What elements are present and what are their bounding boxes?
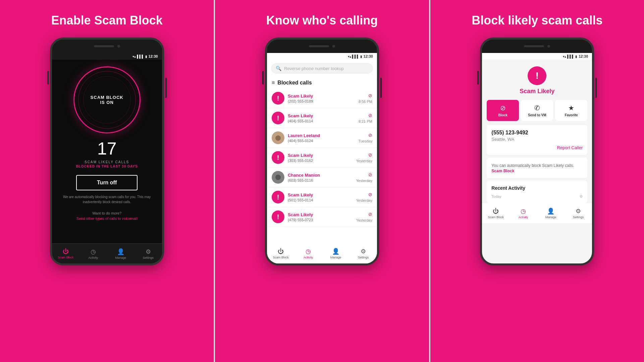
- promo-text: You can automatically block Scam Likely …: [491, 163, 574, 168]
- nav-label-activity-3: Activity: [519, 216, 528, 219]
- avatar-scam-2: !: [272, 112, 284, 124]
- scam-circle: SCAM BLOCKIS ON: [73, 66, 141, 133]
- favorite-action-icon: ★: [568, 104, 574, 112]
- phone-1-wrapper: ▾▴ ▌▌▌ ▮ 12:30 SCAM BLOCKIS ON 17 SCAM L…: [50, 38, 164, 265]
- turn-off-button[interactable]: Turn off: [76, 175, 138, 190]
- exclamation-icon-2: !: [277, 114, 279, 122]
- call-item-3[interactable]: Lauren Leeland (404) 555-0124 ⊘ Tuesday: [267, 128, 377, 148]
- signal-icon-2: ▌▌▌: [352, 55, 359, 58]
- phone-top-1: [52, 40, 162, 53]
- call-name-5: Chance Manion: [288, 173, 353, 178]
- side-btn-left-3: [477, 71, 479, 84]
- avatar-chance: [272, 171, 284, 184]
- nav-settings-1[interactable]: ⚙ Settings: [135, 244, 162, 263]
- nav-icon-activity-3: ◷: [521, 207, 526, 215]
- nav-label-manage-3: Manage: [545, 216, 556, 219]
- nav-label-settings-3: Settings: [573, 216, 584, 219]
- call-time-3: Tuesday: [358, 139, 372, 143]
- nav-label-settings-1: Settings: [143, 256, 154, 259]
- status-time-1: 12:30: [149, 54, 158, 58]
- favorite-button[interactable]: ★ Favorite: [555, 100, 587, 121]
- phone-1: ▾▴ ▌▌▌ ▮ 12:30 SCAM BLOCKIS ON 17 SCAM L…: [50, 38, 164, 265]
- call-name-2: Scam Likely: [288, 113, 355, 118]
- scam-block-promo: You can automatically block Scam Likely …: [487, 158, 587, 178]
- call-number-7: (479) 555-0723: [288, 218, 353, 222]
- speaker-3: [524, 45, 544, 47]
- wifi-icon-1: ▾▴: [132, 55, 136, 58]
- nav-activity-1[interactable]: ◷ Activity: [79, 244, 107, 263]
- call-info-5: Chance Manion (603) 555-0116: [288, 173, 353, 182]
- call-meta-1: ⊘ 8:56 PM: [359, 93, 372, 104]
- nav-manage-1[interactable]: 👤 Manage: [107, 244, 135, 263]
- scam-likely-label: SCAM LIKELY CALLS: [85, 160, 129, 164]
- phone-2-wrapper: ▾▴ ▌▌▌ ▮ 12:30 🔍 Reverse phone number lo…: [265, 38, 379, 265]
- nav-icon-activity-1: ◷: [91, 248, 96, 255]
- scam-block-link[interactable]: Scam Block: [491, 169, 583, 173]
- caller-location: Seattle, WA: [491, 137, 583, 142]
- phone-3: ▾▴ ▌▌▌ ▮ 12:30 ! Scam Likely ⊘ Block: [480, 38, 594, 265]
- nav-scamblock-3[interactable]: ⏻ Scam Block: [482, 203, 509, 223]
- nav-icon-activity-2: ◷: [306, 248, 311, 255]
- search-icon: 🔍: [276, 66, 281, 71]
- battery-icon-1: ▮: [145, 55, 147, 58]
- side-btn-right-3: [595, 78, 597, 98]
- call-info-6: Scam Likely (501) 555-0114: [288, 192, 353, 202]
- phone-top-3: [482, 40, 592, 53]
- nav-settings-2[interactable]: ⚙ Settings: [350, 243, 377, 263]
- avatar-scam-3: !: [272, 151, 284, 164]
- call-time-6: Yesterday: [356, 198, 372, 202]
- status-bar-3: ▾▴ ▌▌▌ ▮ 12:30: [482, 53, 592, 60]
- search-bar[interactable]: 🔍 Reverse phone number lookup: [271, 63, 373, 74]
- call-info-7: Scam Likely (479) 555-0723: [288, 212, 353, 222]
- nav-icon-scamblock-1: ⏻: [63, 248, 69, 255]
- call-item-6[interactable]: ! Scam Likely (501) 555-0114 ⊘ Yesterday: [267, 187, 377, 207]
- report-caller-link[interactable]: Report Caller: [491, 145, 583, 150]
- phone1-screen: SCAM BLOCKIS ON 17 SCAM LIKELY CALLS BLO…: [52, 60, 162, 243]
- side-btn-right-2: [380, 78, 382, 98]
- signal-icon-1: ▌▌▌: [137, 55, 144, 58]
- phone-top-2: [267, 40, 377, 53]
- nav-activity-3[interactable]: ◷ Activity: [509, 203, 537, 223]
- call-time-4: Yesterday: [356, 159, 372, 163]
- speaker-1: [94, 45, 114, 47]
- call-meta-6: ⊘ Yesterday: [356, 192, 372, 202]
- call-item-5[interactable]: Chance Manion (603) 555-0116 ⊘ Yesterday: [267, 168, 377, 187]
- nav-manage-2[interactable]: 👤 Manage: [322, 243, 350, 263]
- call-name-1: Scam Likely: [288, 94, 355, 99]
- call-time-5: Yesterday: [356, 179, 372, 183]
- side-btn-left-2: [262, 71, 264, 84]
- send-voicemail-link[interactable]: Send other types of calls to voicemail: [76, 217, 138, 221]
- today-icon: ⊘: [580, 194, 583, 198]
- call-item-7[interactable]: ! Scam Likely (479) 555-0723 ⊘ Yesterday: [267, 207, 377, 227]
- panel-1-title: Enable Scam Block: [51, 13, 163, 27]
- phone-3-wrapper: ▾▴ ▌▌▌ ▮ 12:30 ! Scam Likely ⊘ Block: [480, 38, 594, 265]
- side-btn-left-1: [47, 71, 49, 84]
- camera-3: [547, 45, 550, 48]
- call-name-7: Scam Likely: [288, 212, 353, 217]
- wifi-icon-3: ▾▴: [563, 55, 566, 58]
- exclamation-badge-icon: !: [536, 70, 539, 81]
- exclamation-icon-5: !: [277, 213, 279, 221]
- call-item-1[interactable]: ! Scam Likely (202) 555-0189 ⊘ 8:56 PM: [267, 88, 377, 108]
- sendtovm-button[interactable]: ✆ Send to VM: [521, 100, 553, 121]
- call-info-1: Scam Likely (202) 555-0189: [288, 94, 355, 103]
- nav-manage-3[interactable]: 👤 Manage: [537, 203, 565, 223]
- nav-activity-2[interactable]: ◷ Activity: [294, 243, 322, 263]
- nav-icon-settings-3: ⚙: [576, 207, 581, 215]
- nav-icon-manage-2: 👤: [332, 248, 339, 255]
- panel-3-title: Block likely scam calls: [472, 13, 602, 27]
- nav-label-settings-2: Settings: [358, 256, 369, 259]
- favorite-label: Favorite: [565, 113, 578, 117]
- nav-settings-3[interactable]: ⚙ Settings: [565, 203, 592, 223]
- call-info-4: Scam Likely (303) 555-0162: [288, 153, 353, 163]
- nav-scamblock-1[interactable]: ⏻ Scam Block: [52, 244, 79, 263]
- nav-scamblock-2[interactable]: ⏻ Scam Block: [267, 243, 294, 263]
- block-button[interactable]: ⊘ Block: [487, 100, 519, 121]
- nav-label-manage-1: Manage: [115, 256, 126, 259]
- nav-icon-settings-2: ⚙: [361, 248, 366, 255]
- call-item-2[interactable]: ! Scam Likely (404) 555-0114 ⊘ 8:21 PM: [267, 108, 377, 128]
- nav-label-scamblock-2: Scam Block: [273, 256, 289, 259]
- call-item-4[interactable]: ! Scam Likely (303) 555-0162 ⊘ Yesterday: [267, 148, 377, 168]
- exclamation-icon-3: !: [277, 154, 279, 162]
- nav-label-activity-2: Activity: [304, 256, 313, 259]
